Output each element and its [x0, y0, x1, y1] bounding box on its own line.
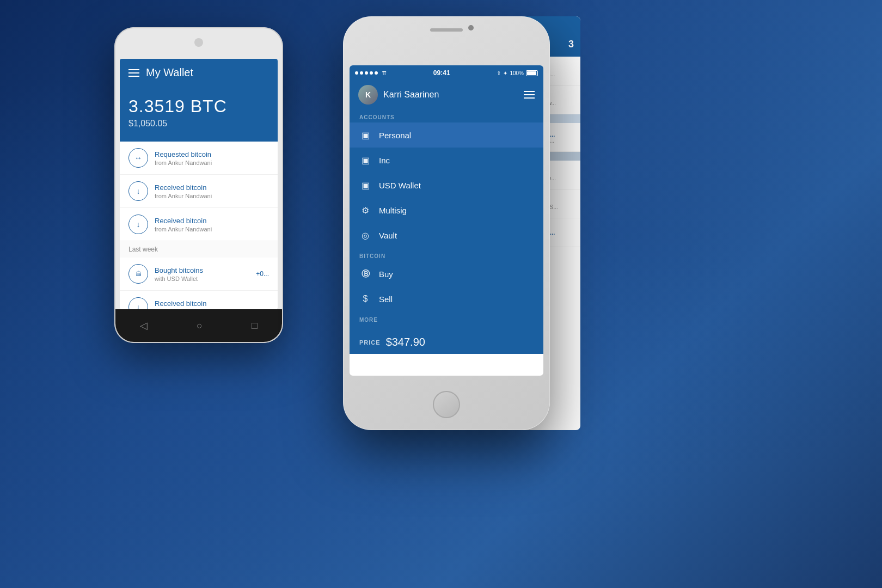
iphone-outer: ⇈ 09:41 ⇧ ✦ 100%	[343, 16, 550, 430]
personal-label: Personal	[379, 131, 411, 140]
personal-icon: ▣	[359, 129, 371, 141]
more-section-label: MORE	[350, 311, 543, 325]
battery-icon	[526, 70, 538, 76]
android-nav-bar: ◁ ○ □	[115, 309, 282, 342]
status-right-icons: ⇧ ✦ 100%	[497, 70, 538, 76]
btc-balance: 3.3519 BTC	[128, 96, 269, 117]
price-value: $347.90	[386, 336, 425, 348]
buy-icon: Ⓑ	[359, 268, 371, 280]
menu-item-personal[interactable]: ▣ Personal	[350, 122, 543, 148]
iphone-menu-icon[interactable]	[524, 91, 535, 99]
menu-item-vault[interactable]: ◎ Vault	[350, 223, 543, 248]
iphone-status-bar: ⇈ 09:41 ⇧ ✦ 100%	[350, 65, 543, 81]
menu-item-buy[interactable]: Ⓑ Buy	[350, 261, 543, 286]
tx-received-sub-2: from Ankur Nandwani	[155, 226, 269, 232]
android-camera	[194, 38, 203, 47]
android-transactions: ↔ Requested bitcoin from Ankur Nandwani …	[120, 142, 278, 309]
android-recents-button[interactable]: □	[252, 320, 258, 332]
iphone-camera	[468, 25, 474, 30]
tx-received-details-2: Received bitcoin from Ankur Nandwani	[155, 217, 269, 232]
vault-label: Vault	[379, 231, 397, 240]
usd-balance: $1,050.05	[128, 119, 269, 128]
tx-received-details-3: Received bitcoin from Ankur Nandwani	[155, 299, 269, 310]
tx-received-sub-1: from Ankur Nandwani	[155, 193, 269, 199]
signal-dot-5	[375, 71, 378, 75]
android-wallet-title: My Wallet	[146, 66, 193, 79]
tx-bought-details: Bought bitcoins with USD Wallet	[155, 266, 249, 282]
signal-dot-3	[365, 71, 368, 75]
tx-received-bitcoin-2[interactable]: ↓ Received bitcoin from Ankur Nandwani	[120, 208, 278, 241]
bitcoin-section-label: BITCOIN	[350, 248, 543, 261]
sell-label: Sell	[379, 295, 393, 304]
location-icon: ⇧	[497, 70, 501, 76]
signal-dot-1	[355, 71, 358, 75]
tx-requested-bitcoin[interactable]: ↔ Requested bitcoin from Ankur Nandwani	[120, 142, 278, 175]
tx-bought-bitcoin[interactable]: 🏛 Bought bitcoins with USD Wallet +0...	[120, 258, 278, 291]
iphone-home-button[interactable]	[433, 391, 460, 418]
status-time: 09:41	[433, 69, 450, 77]
android-phone: My Wallet 3.3519 BTC $1,050.05 ↔ Request…	[114, 27, 283, 343]
signal-dot-4	[370, 71, 373, 75]
tx-received-icon-3: ↓	[128, 297, 148, 309]
signal-dots: ⇈	[355, 70, 387, 77]
tx-received-icon-1: ↓	[128, 181, 148, 201]
buy-label: Buy	[379, 270, 393, 279]
signal-dot-2	[360, 71, 363, 75]
bluetooth-icon: ✦	[503, 70, 507, 76]
iphone-speaker	[430, 28, 463, 32]
android-back-button[interactable]: ◁	[140, 320, 148, 332]
price-bar: PRICE $347.90	[350, 330, 543, 354]
tx-requested-title: Requested bitcoin	[155, 150, 269, 158]
tx-requested-details: Requested bitcoin from Ankur Nandwani	[155, 150, 269, 166]
user-row: K Karri Saarinen	[358, 85, 439, 105]
tx-requested-sub: from Ankur Nandwani	[155, 160, 269, 166]
inc-label: Inc	[379, 156, 390, 165]
menu-item-multisig[interactable]: ⚙ Multisig	[350, 198, 543, 223]
vault-icon: ◎	[359, 229, 371, 241]
menu-item-usd-wallet[interactable]: ▣ USD Wallet	[350, 173, 543, 198]
usd-wallet-icon: ▣	[359, 179, 371, 191]
usd-wallet-label: USD Wallet	[379, 181, 421, 190]
tx-received-title-2: Received bitcoin	[155, 217, 269, 225]
tx-bought-icon: 🏛	[128, 264, 148, 284]
multisig-icon: ⚙	[359, 204, 371, 216]
tx-bought-title: Bought bitcoins	[155, 266, 249, 274]
last-week-label: Last week	[120, 241, 278, 258]
battery-fill	[527, 71, 536, 75]
iphone: ⇈ 09:41 ⇧ ✦ 100%	[343, 16, 550, 430]
android-balance-section: 3.3519 BTC $1,050.05	[120, 85, 278, 142]
sell-icon: $	[359, 293, 371, 305]
android-screen: My Wallet 3.3519 BTC $1,050.05 ↔ Request…	[120, 59, 278, 309]
tx-received-title-3: Received bitcoin	[155, 299, 269, 308]
tx-bought-sub: with USD Wallet	[155, 275, 249, 282]
iphone-nav-bar: K Karri Saarinen	[350, 81, 543, 109]
android-menu-icon[interactable]	[128, 69, 139, 77]
android-app-header: My Wallet	[120, 59, 278, 85]
tx-received-bitcoin-3[interactable]: ↓ Received bitcoin from Ankur Nandwani	[120, 291, 278, 309]
android-outer: My Wallet 3.3519 BTC $1,050.05 ↔ Request…	[114, 27, 283, 343]
battery-percent: 100%	[510, 70, 524, 76]
menu-item-sell[interactable]: $ Sell	[350, 286, 543, 311]
tx-requested-icon: ↔	[128, 148, 148, 168]
tx-bought-amount: +0...	[256, 270, 269, 278]
android-home-button[interactable]: ○	[197, 320, 203, 332]
multisig-label: Multisig	[379, 206, 407, 215]
accounts-section-label: ACCOUNTS	[350, 109, 543, 122]
tx-received-details-1: Received bitcoin from Ankur Nandwani	[155, 183, 269, 199]
inc-icon: ▣	[359, 154, 371, 166]
user-name: Karri Saarinen	[383, 90, 439, 100]
tx-received-bitcoin-1[interactable]: ↓ Received bitcoin from Ankur Nandwani	[120, 175, 278, 208]
tx-received-icon-2: ↓	[128, 215, 148, 234]
user-avatar: K	[358, 85, 378, 105]
menu-item-inc[interactable]: ▣ Inc	[350, 148, 543, 173]
tx-received-title-1: Received bitcoin	[155, 183, 269, 192]
price-label: PRICE	[359, 339, 381, 346]
scene-container: My Wallet 3.3519 BTC $1,050.05 ↔ Request…	[0, 0, 882, 588]
iphone-screen: ⇈ 09:41 ⇧ ✦ 100%	[350, 65, 543, 376]
